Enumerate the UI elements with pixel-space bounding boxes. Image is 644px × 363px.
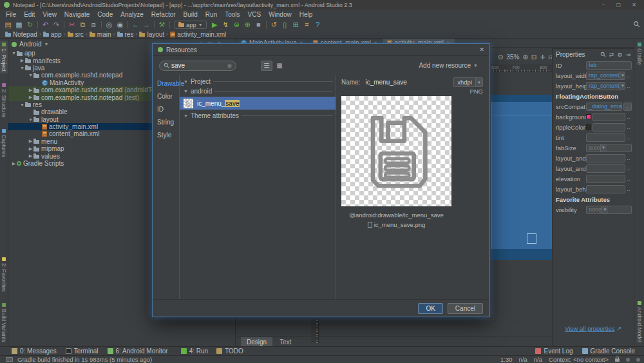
menu-file[interactable]: File [2,11,20,18]
toolwindow-tab-2-structure[interactable]: 2: Structure [0,81,8,119]
property-field[interactable] [592,123,625,132]
toolwindow-button-4-run[interactable]: 4: Run [181,348,208,355]
section-project[interactable]: ▼Project [180,77,336,86]
chevron-down-icon[interactable]: ▼ [600,144,607,152]
sdk-manager-icon[interactable]: ⊞ [290,19,301,30]
toolwindow-button-terminal[interactable]: Terminal [66,348,99,355]
menu-analyze[interactable]: Analyze [117,11,147,18]
property-field[interactable] [586,133,625,142]
toolwindow-button-0-messages[interactable]: 0: Messages [12,348,57,355]
back-icon[interactable]: ← [130,19,141,30]
tab-design[interactable]: Design [241,337,272,346]
menu-run[interactable]: Run [202,11,221,18]
gear-icon[interactable]: ⚙ [617,52,622,58]
debug-icon[interactable]: ⊜ [231,19,242,30]
color-swatch[interactable] [586,114,591,119]
menu-navigate[interactable]: Navigate [61,11,93,18]
save-all-icon[interactable]: ▦ [14,19,24,30]
section-android[interactable]: ▼android [180,86,336,96]
property-field[interactable] [586,164,625,173]
resource-item-ic-menu-save[interactable]: ic_menu_save [180,97,336,110]
breadcrumb-item-activity-main-xml[interactable]: activity_main.xml [170,31,226,38]
toolwindow-button-gradle-console[interactable]: Gradle Console [582,348,635,355]
sync-icon[interactable]: ↻ [24,19,35,30]
menu-help[interactable]: Help [296,11,317,18]
toolbar-search-icon[interactable] [633,21,640,29]
density-dropdown[interactable]: xhdpi ▼ [453,77,483,87]
menu-refactor[interactable]: Refactor [147,11,180,18]
menu-code[interactable]: Code [93,11,117,18]
more-button[interactable]: ‥ [625,186,632,192]
breadcrumb-item-res[interactable]: res [117,31,134,38]
undo-icon[interactable]: ↶ [40,19,51,30]
zoom-in-icon[interactable]: ⊕ [522,54,527,61]
color-swatch[interactable] [586,124,591,130]
property-field[interactable]: fab [586,61,632,70]
browse-button[interactable]: … [623,103,632,111]
caret-position[interactable]: 1:30 [500,356,513,363]
forward-icon[interactable]: → [141,19,152,30]
menu-edit[interactable]: Edit [20,11,39,18]
more-button[interactable]: ‥ [625,114,632,120]
attach-debugger-icon[interactable]: ⊕ [242,19,253,30]
minimize-button[interactable]: − [602,2,605,8]
device-monitor-icon[interactable]: ⌗ [301,19,312,30]
toolwindow-tab-1-project[interactable]: 1: Project [0,41,8,74]
ok-button[interactable]: OK [418,303,442,314]
breadcrumb-item-notepad[interactable]: Notepad [5,31,37,38]
layout-preview-canvas[interactable] [491,102,553,249]
more-button[interactable]: ‥ [625,83,632,89]
more-button[interactable]: ‥ [625,166,632,172]
redo-icon[interactable]: ↷ [51,19,62,30]
toolwindow-button-6-android-monitor[interactable]: 6: Android Monitor [108,348,168,355]
cancel-button[interactable]: Cancel [448,303,483,314]
instant-run-icon[interactable]: ↯ [220,19,231,30]
expand-arrow-icon[interactable]: ▶ [28,95,33,100]
section-theme-attributes[interactable]: ▼Theme attributes [180,111,336,121]
expand-arrow-icon[interactable]: ▶ [28,139,33,144]
resource-tab-string[interactable]: String [153,115,179,128]
sort-icon[interactable]: ⇄ [609,52,614,58]
search-icon[interactable] [600,52,606,57]
view-all-properties-link[interactable]: View all properties ↗ [553,325,634,332]
more-button[interactable]: ‥ [625,155,632,161]
tab-text[interactable]: Text [274,337,297,346]
more-button[interactable]: ‥ [625,176,632,182]
maximize-button[interactable]: ▢ [616,2,621,8]
toolwindow-tab-captures[interactable]: Captures [0,127,8,159]
fab-selection-handle[interactable] [527,233,536,244]
paste-icon[interactable]: ⧈ [88,19,99,30]
resource-tab-color[interactable]: Color [153,90,179,103]
toolwindow-toggle-icon[interactable] [6,357,13,362]
expand-arrow-icon[interactable]: ▼ [19,66,25,70]
expand-arrow-icon[interactable]: ▼ [28,73,33,77]
expand-arrow-icon[interactable]: ▶ [28,153,33,159]
avd-manager-icon[interactable]: ▯ [279,19,290,30]
expand-arrow-icon[interactable]: ▶ [28,88,33,93]
property-field[interactable]: rap_content▼ [586,82,625,90]
cut-icon[interactable]: ✂ [66,19,77,30]
close-button[interactable]: ✕ [632,2,636,8]
toolwindow-tab-build-variants[interactable]: Build Variants [0,301,8,344]
property-field[interactable] [586,185,625,193]
expand-arrow-icon[interactable]: ▶ [19,58,25,63]
search-input[interactable]: save ⊗ [159,61,236,71]
toolwindow-button-todo[interactable]: TODO [216,348,243,355]
expand-arrow-icon[interactable]: ▼ [11,51,17,55]
toolwindow-tab-2-favorites[interactable]: 2: Favorites [0,255,8,293]
zoom-level[interactable]: 35% [506,54,519,61]
copy-icon[interactable]: ⧉ [77,19,88,30]
menu-build[interactable]: Build [180,11,202,18]
find-icon[interactable]: ◎ [104,19,115,30]
more-button[interactable]: ‥ [625,124,632,130]
resource-tab-id[interactable]: ID [153,103,179,115]
property-field[interactable]: auto▼ [586,144,632,152]
menu-tools[interactable]: Tools [221,11,243,18]
property-field[interactable]: rap_content▼ [586,72,625,80]
close-icon[interactable]: ✕ [479,46,484,53]
toolwindow-tab-gradle[interactable]: Gradle [636,41,643,67]
replace-icon[interactable]: ◉ [115,19,126,30]
breadcrumb-item-app[interactable]: app [43,31,62,38]
help-icon[interactable]: ? [312,19,323,30]
menu-vcs[interactable]: VCS [244,11,265,18]
